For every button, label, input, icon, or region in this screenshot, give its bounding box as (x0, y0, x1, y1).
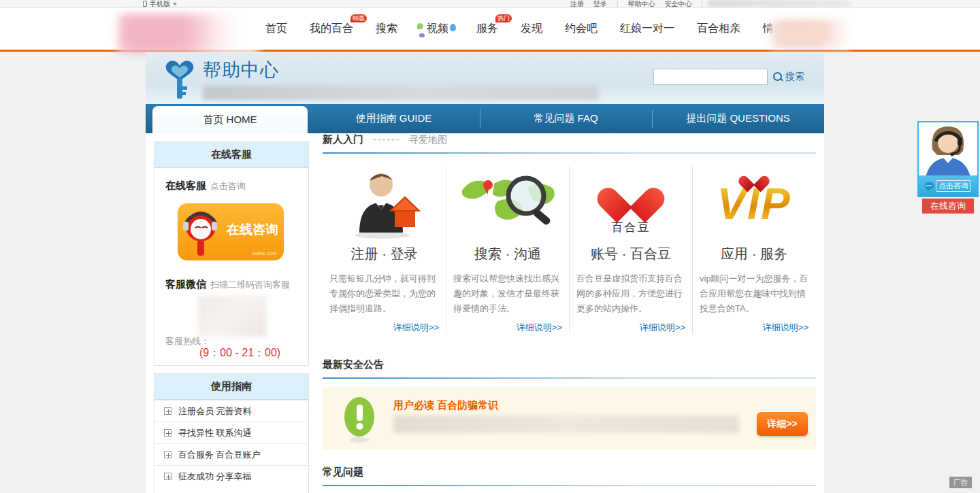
security-section-header: 最新安全公告 (323, 358, 816, 377)
blurred-site-logo (118, 14, 259, 53)
card-account-bean: 百合豆 账号 · 百合豆 百合豆是虚拟货币支持百合网的多种应用，方便您进行更多的… (569, 166, 692, 334)
nav-item-home[interactable]: 首页 (265, 22, 287, 36)
video-deco-icon (419, 33, 425, 37)
online-service-row: 在线客服点击咨询 (165, 180, 246, 192)
nav-item-service[interactable]: 服务 热门 (476, 22, 498, 36)
help-search-input[interactable] (653, 69, 768, 85)
topbar-link-register[interactable]: 注册 (570, 0, 584, 9)
vip-text: VIP (717, 180, 791, 228)
expand-plus-icon[interactable] (164, 451, 172, 458)
online-consult-banner-label: 在线咨询 (227, 221, 278, 239)
card-desc: vip顾问一对一为您服务，百合应用帮您在趣味中找到情投意合的TA。 (700, 271, 808, 316)
online-service-hint: 点击咨询 (210, 181, 246, 191)
main-navbar: 首页 我的百合 特惠 搜索 视频 服务 热门 发现 约会吧 红娘一对一 百合相亲… (0, 8, 980, 52)
search-submit-button[interactable]: 搜索 (785, 71, 804, 83)
topbar-link-security-center[interactable]: 安全中心 (664, 0, 691, 9)
blurred-qr-code (198, 296, 266, 337)
nav-item-search[interactable]: 搜索 (376, 22, 397, 36)
card-desc: 百合豆是虚拟货币支持百合网的多种应用，方便您进行更多的站内操作。 (576, 271, 685, 316)
nav-item-discover[interactable]: 发现 (521, 22, 542, 36)
tab-home[interactable]: 首页 HOME (152, 106, 308, 133)
expand-plus-icon[interactable] (164, 473, 172, 480)
help-center-header: 帮助中心 搜索 (146, 52, 824, 104)
nav-item-label: 我的百合 (310, 22, 353, 34)
blurred-contact-info (708, 0, 851, 7)
online-service-label: 在线客服 (165, 180, 206, 191)
topbar: 手机版 注册 登录 | 帮助中心 安全中心 | (0, 0, 980, 7)
ad-label: 广告 (949, 477, 972, 488)
notice-detail-button[interactable]: 详细>> (757, 412, 808, 436)
card-title: 应用 · 服务 (700, 245, 808, 263)
detail-link[interactable]: 详细说明>> (700, 322, 808, 334)
main-column: 新人入门 ------ 寻爱地图 (323, 133, 816, 493)
search-icon[interactable] (773, 72, 783, 82)
customer-service-card[interactable]: 点击咨询 (917, 121, 979, 197)
wechat-service-row: 客服微信扫描二维码咨询客服 (165, 278, 290, 291)
detail-link[interactable]: 详细说明>> (576, 322, 685, 334)
newbie-cards: 注册 · 登录 只需短短几分钟，就可得到专属你的恋爱类型，为您的择偶指明道路。 … (323, 166, 816, 334)
tab-questions[interactable]: 提出问题 QUESTIONS (652, 104, 824, 133)
nav-item-label: 服务 (476, 22, 498, 34)
guide-item-label: 寻找异性 联系沟通 (178, 427, 252, 439)
divider: | (701, 0, 703, 7)
card-register-login: 注册 · 登录 只需短短几分钟，就可得到专属你的恋爱类型，为您的择偶指明道路。 … (323, 166, 446, 334)
online-service-box-title: 在线客服 (154, 142, 308, 168)
video-deco-icon (450, 24, 456, 31)
nav-item-dating[interactable]: 约会吧 (565, 22, 598, 36)
heart-bean-icon (610, 173, 651, 210)
click-consult-strip[interactable]: 点击咨询 (919, 175, 977, 196)
support-agent-image (919, 122, 977, 177)
video-deco-icon (417, 23, 423, 29)
card-desc: 搜索可以帮您快速找出感兴趣的对象，发信才是最终获得爱情的手法。 (453, 271, 562, 316)
page-title: 帮助中心 (203, 58, 279, 82)
vip-icon: VIP (717, 180, 791, 228)
divider: | (617, 0, 619, 7)
nav-item-video[interactable]: 视频 (427, 22, 448, 36)
wechat-hint: 扫描二维码咨询客服 (210, 279, 290, 290)
heart-icon (745, 169, 764, 186)
mobile-version-menu[interactable]: 手机版 (143, 0, 177, 7)
detail-link[interactable]: 详细说明>> (329, 322, 439, 334)
card-search-communicate: 搜索 · 沟通 搜索可以帮您快速找出感兴趣的对象，发信才是最终获得爱情的手法。 … (446, 166, 569, 334)
guide-item-label: 注册会员 完善资料 (178, 405, 252, 418)
online-consult-button[interactable]: 在线咨询 (922, 199, 974, 214)
blurred-nav-button (770, 19, 851, 49)
guide-item-label: 百合服务 百合豆账户 (178, 449, 261, 461)
hotline-hours: (9：00 - 21：00) (199, 346, 280, 360)
topbar-link-login[interactable]: 登录 (593, 0, 607, 9)
register-man-house-icon (347, 167, 422, 241)
nav-item-my-baihe[interactable]: 我的百合 特惠 (310, 22, 353, 36)
page-content: 帮助中心 搜索 首页 HOME 使用指南 GUIDE 常见问题 FAQ 提出问题… (146, 52, 824, 493)
mascot-icon (178, 203, 223, 260)
dashes: ------ (373, 134, 400, 145)
guide-item-find[interactable]: 寻找异性 联系沟通 (154, 422, 308, 443)
nav-item-label: 视频 (427, 22, 448, 34)
guide-item-register[interactable]: 注册会员 完善资料 (154, 400, 308, 422)
newbie-subtitle: 寻爱地图 (409, 134, 447, 145)
section-divider (323, 485, 816, 486)
brand-watermark: baihe.com (252, 250, 277, 256)
search-map-magnifier-icon (457, 170, 559, 238)
online-consult-banner[interactable]: 在线咨询 baihe.com (178, 203, 284, 260)
warning-exclamation-icon (343, 396, 377, 444)
card-app-service: VIP 应用 · 服务 vip顾问一对一为您服务，百合应用帮您在趣味中找到情投意… (692, 166, 815, 334)
card-title: 注册 · 登录 (329, 245, 439, 263)
detail-link[interactable]: 详细说明>> (453, 322, 562, 334)
topbar-link-help-center[interactable]: 帮助中心 (627, 0, 655, 9)
hot-badge: 热门 (495, 14, 512, 22)
nav-item-matchmaker[interactable]: 红娘一对一 (620, 22, 674, 36)
expand-plus-icon[interactable] (164, 407, 172, 415)
guide-item-label: 征友成功 分享幸福 (178, 471, 252, 483)
tab-faq[interactable]: 常见问题 FAQ (480, 104, 652, 133)
guide-item-service[interactable]: 百合服务 百合豆账户 (154, 443, 308, 465)
section-divider (323, 377, 816, 379)
expand-plus-icon[interactable] (164, 429, 172, 437)
nav-item-blind-date[interactable]: 百合相亲 (697, 22, 740, 36)
customer-service-widget: 点击咨询 在线咨询 (917, 121, 979, 214)
caret-down-icon (173, 3, 177, 5)
guide-item-success[interactable]: 征友成功 分享幸福 (154, 465, 308, 487)
chat-bubble-icon (925, 182, 934, 189)
security-title: 最新安全公告 (323, 358, 384, 370)
tab-guide[interactable]: 使用指南 GUIDE (308, 104, 480, 133)
newbie-section-header: 新人入门 ------ 寻爱地图 (323, 133, 816, 152)
